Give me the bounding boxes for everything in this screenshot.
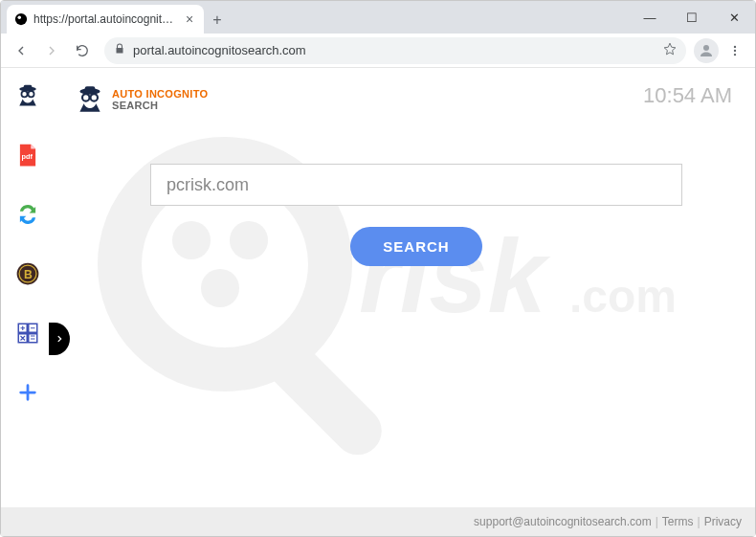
svg-text:pdf: pdf	[22, 152, 33, 161]
search-input[interactable]	[150, 164, 682, 206]
calculator-icon	[16, 322, 39, 345]
clock: 10:54 AM	[643, 83, 732, 108]
sidebar-item-coin[interactable]: B	[13, 259, 42, 288]
sidebar-item-spy[interactable]	[13, 81, 42, 110]
sidebar-item-sync[interactable]	[13, 200, 42, 229]
arrow-right-icon	[44, 43, 59, 58]
bookmark-star-icon[interactable]	[663, 42, 677, 58]
sidebar-item-pdf[interactable]: pdf	[13, 141, 42, 169]
page-content: risk .com pdf	[1, 68, 755, 536]
lock-icon	[114, 43, 125, 57]
svg-point-4	[734, 49, 736, 51]
separator: |	[698, 515, 700, 528]
page-footer: support@autoincognitosearch.com | Terms …	[1, 507, 755, 536]
arrow-left-icon	[13, 43, 29, 58]
kebab-icon	[728, 44, 742, 57]
svg-rect-24	[29, 334, 37, 343]
close-window-button[interactable]: ✕	[713, 1, 755, 34]
svg-point-16	[28, 91, 33, 97]
brand-spy-icon	[74, 83, 106, 116]
svg-rect-14	[24, 85, 33, 89]
minimize-button[interactable]: —	[629, 1, 671, 34]
svg-point-5	[734, 53, 736, 55]
address-bar[interactable]: portal.autoincognitosearch.com	[104, 37, 686, 64]
sidebar-item-calculator[interactable]	[13, 319, 42, 347]
url-text: portal.autoincognitosearch.com	[133, 43, 306, 57]
tab-title: https://portal.autoincognitosearch	[33, 12, 177, 26]
titlebar: https://portal.autoincognitosearch × + —…	[1, 1, 755, 34]
svg-point-28	[91, 94, 98, 101]
search-container: SEARCH	[150, 164, 682, 266]
coin-b-icon: B	[15, 261, 40, 286]
brand-line1: AUTO INCOGNITO	[112, 88, 208, 100]
main-area: AUTO INCOGNITO SEARCH 10:54 AM SEARCH	[55, 68, 755, 536]
brand-text: AUTO INCOGNITO SEARCH	[112, 88, 208, 111]
svg-point-0	[15, 13, 27, 25]
forward-button[interactable]	[37, 36, 66, 65]
tab-close-icon[interactable]: ×	[183, 12, 196, 26]
reload-button[interactable]	[68, 36, 97, 65]
svg-point-2	[703, 45, 709, 51]
footer-terms[interactable]: Terms	[662, 515, 694, 528]
browser-window: https://portal.autoincognitosearch × + —…	[0, 0, 756, 537]
sidebar-item-add[interactable]	[13, 378, 42, 407]
svg-text:B: B	[24, 268, 33, 281]
search-button[interactable]: SEARCH	[350, 227, 481, 266]
svg-point-27	[82, 94, 89, 101]
pdf-icon: pdf	[15, 143, 40, 168]
brand-line2: SEARCH	[112, 100, 208, 111]
browser-tab[interactable]: https://portal.autoincognitosearch ×	[7, 5, 204, 34]
svg-rect-26	[85, 86, 96, 91]
svg-point-3	[734, 45, 736, 47]
brand-logo: AUTO INCOGNITO SEARCH	[74, 83, 208, 116]
window-controls: — ☐ ✕	[629, 1, 755, 34]
tab-favicon	[14, 12, 28, 26]
spy-icon	[14, 82, 41, 109]
sync-icon	[15, 202, 40, 227]
footer-privacy[interactable]: Privacy	[704, 515, 742, 528]
separator: |	[656, 515, 658, 528]
plus-icon	[17, 382, 38, 403]
svg-point-15	[21, 91, 27, 97]
new-tab-button[interactable]: +	[204, 7, 231, 34]
person-icon	[698, 42, 715, 59]
profile-avatar[interactable]	[694, 38, 719, 63]
browser-menu-button[interactable]	[721, 36, 749, 65]
chevron-left-icon	[55, 334, 64, 344]
browser-toolbar: portal.autoincognitosearch.com	[1, 34, 755, 68]
left-sidebar: pdf B	[1, 68, 55, 536]
back-button[interactable]	[7, 36, 35, 65]
maximize-button[interactable]: ☐	[671, 1, 713, 34]
reload-icon	[75, 43, 90, 58]
footer-email[interactable]: support@autoincognitosearch.com	[474, 515, 652, 528]
svg-point-1	[18, 16, 22, 20]
